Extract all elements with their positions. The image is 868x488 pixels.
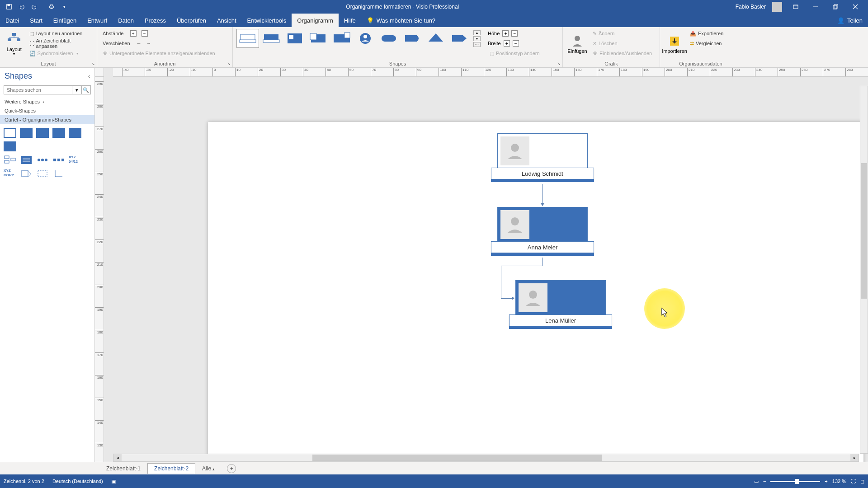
share-button[interactable]: Teilen [847,17,863,24]
quick-shapes-link[interactable]: Quick-Shapes [0,106,94,115]
presentation-mode-icon[interactable]: ▭ [754,479,759,484]
zoom-slider[interactable] [770,481,820,482]
shape-style-9[interactable] [425,29,447,48]
qat-more-icon[interactable]: ▾ [59,1,70,12]
change-picture-button[interactable]: ✎Ändern [591,29,654,38]
org-node-3[interactable]: Lena Müller [515,280,606,315]
move-right-icon[interactable]: → [146,41,151,46]
stencil-shape[interactable] [52,169,65,178]
stencil-shape[interactable] [69,128,81,138]
shape-style-gallery[interactable]: ▴ ▾ ⋯ [236,29,481,48]
user-avatar[interactable] [772,2,782,12]
tab-daten[interactable]: Daten [113,14,139,27]
sheet-tab-1[interactable]: Zeichenblatt-1 [99,463,147,474]
showhide-picture-button[interactable]: 👁Einblenden/Ausblenden [591,49,654,58]
shape-style-5[interactable] [330,29,353,48]
relayout-button[interactable]: ⬚Layout neu anordnen [28,29,94,38]
width-minus[interactable]: − [513,40,519,47]
tellme-search[interactable]: 💡 Was möchten Sie tun? [367,17,435,24]
vscroll-thumb[interactable] [861,163,867,299]
drawing-surface[interactable]: Ludwig Schmidt Anna Meier [104,77,868,462]
stencil-shape[interactable] [4,155,16,165]
position-type-button[interactable]: ⬚Positionstyp ändern [488,49,542,58]
scroll-left-icon[interactable]: ◂ [113,454,122,461]
sheet-tab-all[interactable]: Alle ▴ [195,463,222,474]
org-node-2[interactable]: Anna Meier [497,207,588,242]
sheet-tab-2[interactable]: Zeichenblatt-2 [147,463,195,474]
status-language[interactable]: Deutsch (Deutschland) [52,479,103,484]
shape-style-3[interactable] [283,29,306,48]
tab-ueberpruefen[interactable]: Überprüfen [171,14,212,27]
stencil-shape[interactable]: XYZ04/12 [69,155,81,165]
move-button[interactable]: Verschieben ← → [101,39,217,48]
delete-picture-button[interactable]: ✕Löschen [591,39,654,48]
height-minus[interactable]: − [511,30,518,37]
tab-organigramm[interactable]: Organigramm [292,14,338,27]
dialog-launcher-arrange[interactable]: ↘ [226,61,231,66]
search-dropdown-icon[interactable]: ▾ [72,85,82,94]
height-plus[interactable]: + [502,30,509,37]
tab-entwurf[interactable]: Entwurf [82,14,113,27]
shape-style-10[interactable] [448,29,471,48]
undo-icon[interactable] [16,1,27,12]
fit-window-icon[interactable]: ⛶ [851,479,856,484]
export-button[interactable]: 📤Exportieren [688,29,725,38]
shape-style-8[interactable] [401,29,424,48]
close-icon[interactable] [846,0,864,14]
tab-datei[interactable]: Datei [0,14,24,27]
macro-record-icon[interactable]: ▣ [111,479,116,484]
shapes-search-input[interactable] [4,85,72,94]
ribbon-display-icon[interactable] [787,0,805,14]
vertical-scrollbar[interactable] [860,86,868,454]
more-shapes-link[interactable]: Weitere Shapes› [0,97,94,106]
shape-style-1[interactable] [236,29,259,48]
stencil-shape[interactable] [52,128,65,138]
spacing-button[interactable]: Abstände + − [101,29,217,38]
stencil-shape[interactable] [20,128,33,138]
tab-ansicht[interactable]: Ansicht [212,14,242,27]
stencil-shape[interactable] [36,155,49,165]
toggle-subordinates-button[interactable]: 👁Untergeordnete Elemente anzeigen/ausble… [101,49,217,58]
gallery-more-icon[interactable]: ⋯ [473,42,481,47]
gallery-down-icon[interactable]: ▾ [473,36,481,41]
gallery-up-icon[interactable]: ▴ [473,30,481,35]
hscroll-thumb[interactable] [312,455,602,461]
redo-icon[interactable] [29,1,40,12]
horizontal-scrollbar[interactable]: ◂ ▸ [113,454,859,462]
scroll-right-icon[interactable]: ▸ [850,454,859,461]
add-sheet-button[interactable]: + [227,464,236,473]
pan-zoom-icon[interactable]: ◻ [860,479,864,484]
shape-style-7[interactable] [377,29,400,48]
stencil-shape[interactable] [4,128,16,138]
tab-start[interactable]: Start [24,14,47,27]
move-left-icon[interactable]: ← [137,41,142,46]
quickprint-icon[interactable] [46,1,57,12]
maximize-icon[interactable] [826,0,844,14]
compare-button[interactable]: ⇄Vergleichen [688,39,725,48]
dialog-launcher-shapes[interactable]: ↘ [556,61,561,66]
width-plus[interactable]: + [504,40,510,47]
collapse-panel-icon[interactable]: ‹ [88,73,90,80]
layout-button[interactable]: Layout ▾ [4,29,25,59]
shape-style-4[interactable] [307,29,330,48]
org-node-1[interactable]: Ludwig Schmidt [497,133,588,169]
tab-einfuegen[interactable]: Einfügen [48,14,82,27]
shape-style-6[interactable] [354,29,377,48]
tab-entwicklertools[interactable]: Entwicklertools [242,14,292,27]
sync-button[interactable]: 🔄Synchronisieren▾ [28,49,94,58]
search-go-icon[interactable]: 🔍 [82,85,91,94]
stencil-shape[interactable]: XYZCORP [4,169,16,178]
zoom-in-icon[interactable]: + [825,479,827,484]
spacing-plus[interactable]: + [130,30,137,37]
spacing-minus[interactable]: − [142,30,148,37]
tab-prozess[interactable]: Prozess [139,14,171,27]
zoom-level[interactable]: 132 % [832,479,846,484]
stencil-shape[interactable] [36,169,49,178]
minimize-icon[interactable] [807,0,825,14]
stencil-shape[interactable] [4,141,16,151]
stencil-shape[interactable] [36,128,49,138]
insert-picture-button[interactable]: Einfügen [566,29,588,59]
tab-hilfe[interactable]: Hilfe [339,14,361,27]
fit-page-button[interactable]: ⛶An Zeichenblatt anpassen [28,39,94,48]
save-icon[interactable] [4,1,14,12]
